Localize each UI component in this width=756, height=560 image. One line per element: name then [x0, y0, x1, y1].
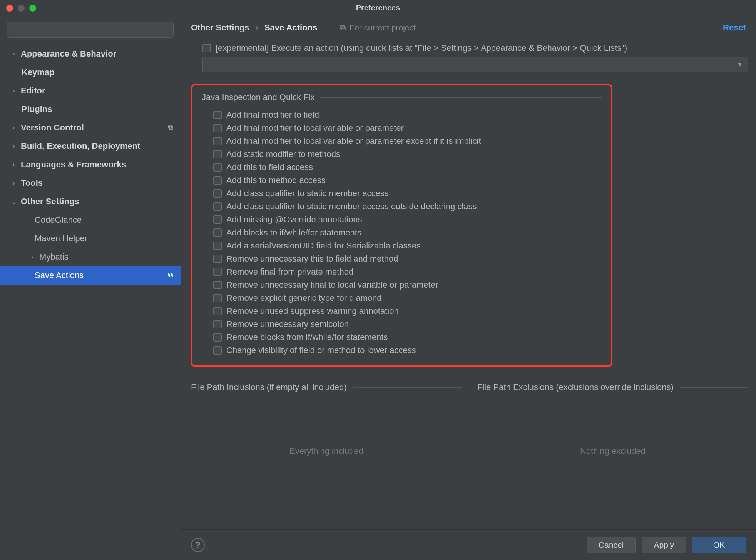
svg-rect-6 — [342, 27, 345, 30]
sidebar-item-label: Keymap — [22, 67, 55, 77]
sidebar-item-languages-frameworks[interactable]: ›Languages & Frameworks — [0, 155, 181, 174]
titlebar: Preferences — [0, 0, 756, 16]
chevron-right-icon: › — [256, 23, 258, 33]
inspection-checkbox[interactable] — [213, 189, 222, 198]
inspection-checkbox[interactable] — [213, 124, 222, 132]
inspection-checkbox[interactable] — [213, 202, 222, 211]
project-scope-icon — [167, 270, 174, 280]
sidebar-item-build-execution-deployment[interactable]: ›Build, Execution, Deployment — [0, 137, 181, 155]
inspection-option-row: Remove final from private method — [213, 267, 602, 277]
chevron-down-icon: ▼ — [737, 62, 743, 68]
inspection-option-row: Add this to method access — [213, 175, 602, 185]
inspection-checkbox[interactable] — [213, 215, 222, 224]
content-header: Other Settings › Save Actions For curren… — [181, 16, 756, 39]
copy-icon — [340, 24, 346, 31]
svg-rect-4 — [169, 274, 172, 277]
sidebar-item-mybatis[interactable]: ›Mybatis — [0, 248, 181, 266]
inclusions-placeholder: Everything included — [191, 446, 462, 456]
inspection-label: Add class qualifier to static member acc… — [226, 188, 389, 198]
inspection-option-row: Remove unnecessary this to field and met… — [213, 254, 602, 264]
sidebar-item-label: Plugins — [22, 104, 52, 114]
apply-button[interactable]: Apply — [642, 537, 686, 553]
settings-sidebar: ›Appearance & BehaviorKeymap›EditorPlugi… — [0, 16, 181, 560]
inspection-label: Add class qualifier to static member acc… — [226, 202, 477, 212]
svg-rect-7 — [341, 25, 344, 29]
sidebar-item-label: Version Control — [21, 123, 84, 133]
inspection-checkbox[interactable] — [213, 320, 222, 328]
sidebar-item-tools[interactable]: ›Tools — [0, 174, 181, 192]
inspection-checkbox[interactable] — [213, 176, 222, 185]
cancel-button[interactable]: Cancel — [587, 537, 636, 553]
sidebar-item-other-settings[interactable]: ⌄Other Settings — [0, 192, 181, 211]
sidebar-item-label: CodeGlance — [35, 215, 82, 225]
dialog-footer: ? Cancel Apply OK — [181, 529, 756, 560]
java-inspection-fieldset: Java Inspection and Quick Fix Add final … — [191, 84, 612, 367]
inspection-label: Add final modifier to local variable or … — [226, 136, 481, 146]
fieldset-title: Java Inspection and Quick Fix — [202, 92, 314, 102]
sidebar-item-label: Editor — [21, 86, 45, 96]
inspection-label: Add this to field access — [226, 162, 313, 172]
quick-list-dropdown[interactable]: ▼ — [202, 57, 748, 72]
breadcrumb: Other Settings › Save Actions — [191, 23, 317, 33]
inspection-label: Add missing @Override annotations — [226, 215, 362, 225]
inspection-option-row: Add a serialVersionUID field for Seriali… — [213, 241, 602, 251]
sidebar-item-label: Languages & Frameworks — [21, 160, 126, 170]
settings-tree: ›Appearance & BehaviorKeymap›EditorPlugi… — [0, 42, 181, 560]
inspection-label: Add static modifier to methods — [226, 149, 340, 159]
close-window-button[interactable] — [6, 5, 13, 12]
inspection-label: Add final modifier to local variable or … — [226, 123, 404, 133]
inspection-checkbox[interactable] — [213, 294, 222, 302]
inspection-option-row: Add final modifier to local variable or … — [213, 123, 602, 133]
inspection-checkbox[interactable] — [213, 333, 222, 342]
inspection-checkbox[interactable] — [213, 242, 222, 250]
inspection-label: Remove unnecessary this to field and met… — [226, 254, 398, 264]
sidebar-item-label: Appearance & Behavior — [21, 49, 116, 59]
inspection-checkbox[interactable] — [213, 255, 222, 263]
minimize-window-button[interactable] — [18, 5, 25, 12]
inspection-option-row: Remove unnecessary final to local variab… — [213, 280, 602, 290]
inspection-option-row: Add final modifier to local variable or … — [213, 136, 602, 146]
inspection-checkbox[interactable] — [213, 150, 222, 158]
inspection-checkbox[interactable] — [213, 281, 222, 289]
inclusions-title: File Path Inclusions (if empty all inclu… — [191, 382, 347, 392]
inspection-checkbox[interactable] — [213, 163, 222, 172]
sidebar-item-maven-helper[interactable]: Maven Helper — [0, 229, 181, 248]
maximize-window-button[interactable] — [29, 5, 36, 12]
search-input[interactable] — [7, 22, 174, 38]
inspection-checkbox[interactable] — [213, 228, 222, 237]
experimental-label: [experimental] Execute an action (using … — [216, 43, 627, 53]
sidebar-item-editor[interactable]: ›Editor — [0, 82, 181, 100]
breadcrumb-root[interactable]: Other Settings — [191, 23, 249, 33]
inspection-option-row: Remove explicit generic type for diamond — [213, 293, 602, 303]
sidebar-item-version-control[interactable]: ›Version Control — [0, 118, 181, 137]
experimental-checkbox[interactable] — [202, 44, 211, 52]
inspection-checkbox[interactable] — [213, 346, 222, 355]
sidebar-item-appearance-behavior[interactable]: ›Appearance & Behavior — [0, 45, 181, 63]
window-title: Preferences — [356, 3, 400, 12]
inspection-checkbox[interactable] — [213, 111, 222, 119]
inspection-label: Remove explicit generic type for diamond — [226, 293, 382, 303]
chevron-right-icon: › — [29, 253, 35, 260]
help-button[interactable]: ? — [191, 538, 205, 552]
ok-button[interactable]: OK — [692, 537, 746, 553]
inspection-checkbox[interactable] — [213, 268, 222, 276]
inspection-label: Change visibility of field or method to … — [226, 345, 416, 355]
inspection-option-row: Remove unused suppress warning annotatio… — [213, 306, 602, 316]
inspection-option-row: Add class qualifier to static member acc… — [213, 188, 602, 198]
divider — [680, 387, 748, 388]
inspection-option-row: Remove blocks from if/while/for statemen… — [213, 332, 602, 342]
sidebar-item-plugins[interactable]: Plugins — [0, 100, 181, 118]
inspection-checkbox[interactable] — [213, 307, 222, 315]
inspection-label: Remove blocks from if/while/for statemen… — [226, 332, 388, 342]
sidebar-item-codeglance[interactable]: CodeGlance — [0, 211, 181, 229]
inspection-option-row: Add blocks to if/while/for statements — [213, 228, 602, 238]
reset-link[interactable]: Reset — [723, 23, 746, 33]
inspection-option-row: Change visibility of field or method to … — [213, 345, 602, 355]
inspection-label: Remove unnecessary semicolon — [226, 319, 349, 329]
chevron-right-icon: › — [11, 50, 17, 57]
sidebar-item-keymap[interactable]: Keymap — [0, 63, 181, 82]
sidebar-item-save-actions[interactable]: Save Actions — [0, 266, 181, 285]
sidebar-item-label: Mybatis — [39, 252, 69, 262]
svg-rect-2 — [169, 126, 172, 129]
inspection-checkbox[interactable] — [213, 137, 222, 145]
